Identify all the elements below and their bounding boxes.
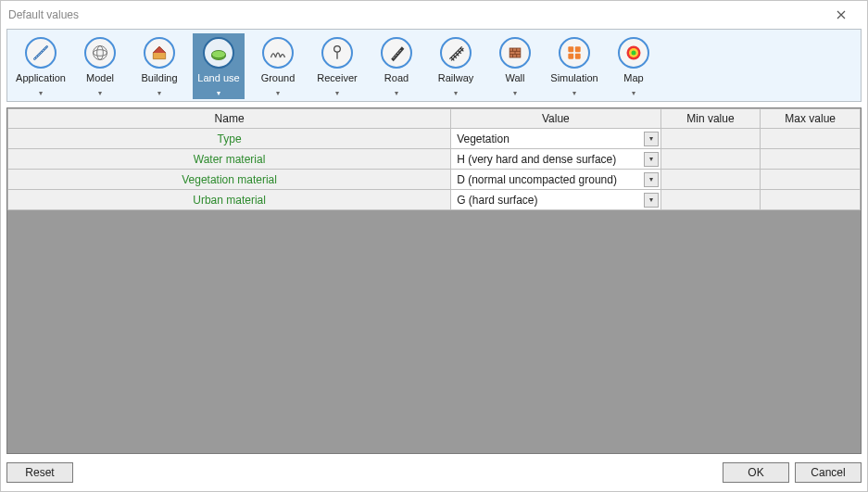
toolbar-label: Model: [86, 72, 114, 83]
property-value-cell[interactable]: D (normal uncompacted ground) ▾: [451, 170, 660, 190]
reset-button[interactable]: Reset: [6, 462, 73, 483]
toolbar-label: Ground: [261, 72, 296, 83]
property-name: Vegetation material: [8, 170, 451, 190]
toolbar-item-railway[interactable]: Railway ▾: [430, 33, 482, 99]
receiver-icon: [321, 37, 353, 69]
chevron-down-icon: ▾: [335, 89, 339, 97]
chevron-down-icon: ▾: [276, 89, 280, 97]
toolbar-label: Simulation: [550, 72, 598, 83]
property-value: D (normal uncompacted ground): [457, 173, 643, 186]
default-values-dialog: Default values Application ▾ Model ▾: [0, 0, 868, 492]
building-icon: [144, 37, 175, 69]
toolbar-item-receiver[interactable]: Receiver ▾: [311, 33, 363, 99]
cancel-button[interactable]: Cancel: [795, 462, 862, 483]
svg-rect-22: [568, 46, 573, 52]
toolbar-item-application[interactable]: Application ▾: [15, 33, 67, 99]
chevron-down-icon: ▾: [632, 89, 635, 97]
property-value-cell[interactable]: H (very hard and dense surface) ▾: [451, 149, 660, 170]
close-button[interactable]: [823, 2, 860, 28]
property-max: [761, 149, 861, 170]
dropdown-button[interactable]: ▾: [644, 152, 659, 167]
header-name[interactable]: Name: [8, 109, 451, 129]
table-row: Urban material G (hard surface) ▾: [8, 190, 861, 210]
header-max[interactable]: Max value: [761, 109, 861, 129]
svg-rect-25: [575, 54, 581, 59]
properties-grid: Name Value Min value Max value Type Vege…: [7, 108, 861, 210]
property-value: Vegetation: [457, 132, 643, 145]
toolbar-item-road[interactable]: Road ▾: [371, 33, 422, 99]
svg-point-1: [97, 46, 104, 60]
property-max: [761, 170, 861, 190]
toolbar-item-simulation[interactable]: Simulation ▾: [548, 33, 600, 99]
property-min: [660, 190, 761, 210]
property-max: [761, 129, 861, 149]
chevron-down-icon: ▾: [513, 89, 517, 97]
dialog-footer: Reset OK Cancel: [6, 460, 862, 486]
property-value-cell[interactable]: Vegetation ▾: [451, 129, 660, 149]
railway-icon: [440, 37, 472, 69]
toolbar-label: Application: [16, 72, 66, 83]
toolbar-item-land-use[interactable]: Land use ▾: [193, 33, 245, 99]
toolbar-item-wall[interactable]: Wall ▾: [489, 33, 541, 99]
chevron-down-icon: ▾: [395, 89, 398, 97]
land-use-icon: [203, 37, 234, 69]
dropdown-button[interactable]: ▾: [644, 172, 659, 187]
window-title: Default values: [8, 8, 823, 21]
svg-rect-23: [575, 46, 581, 52]
category-toolbar: Application ▾ Model ▾ Building ▾ Land us…: [6, 29, 862, 102]
toolbar-label: Road: [384, 72, 409, 83]
chevron-down-icon: ▾: [157, 89, 161, 97]
wall-icon: [499, 37, 531, 69]
map-icon: [618, 37, 649, 69]
toolbar-label: Wall: [506, 72, 525, 83]
toolbar-item-map[interactable]: Map ▾: [608, 33, 660, 99]
property-value: H (very hard and dense surface): [457, 153, 643, 166]
svg-point-0: [94, 50, 107, 57]
table-row: Vegetation material D (normal uncompacte…: [8, 170, 861, 190]
toolbar-label: Map: [623, 72, 643, 83]
toolbar-item-ground[interactable]: Ground ▾: [252, 33, 304, 99]
property-min: [660, 129, 761, 149]
property-min: [660, 170, 761, 190]
property-name: Water material: [8, 149, 451, 170]
chevron-down-icon: ▾: [454, 89, 458, 97]
toolbar-item-building[interactable]: Building ▾: [133, 33, 185, 99]
header-min[interactable]: Min value: [660, 109, 761, 129]
property-value: G (hard surface): [457, 194, 643, 207]
property-value-cell[interactable]: G (hard surface) ▾: [451, 190, 660, 210]
svg-point-5: [334, 46, 341, 53]
chevron-down-icon: ▾: [572, 89, 576, 97]
properties-grid-wrap: Name Value Min value Max value Type Vege…: [6, 107, 862, 454]
titlebar: Default values: [1, 1, 867, 29]
chevron-down-icon: ▾: [39, 89, 43, 97]
toolbar-item-model[interactable]: Model ▾: [74, 33, 126, 99]
toolbar-label: Receiver: [317, 72, 357, 83]
content-area: Name Value Min value Max value Type Vege…: [6, 107, 862, 454]
chevron-down-icon: ▾: [98, 89, 102, 97]
toolbar-label: Building: [141, 72, 177, 83]
ground-icon: [262, 37, 294, 69]
table-row: Type Vegetation ▾: [8, 129, 861, 149]
svg-point-4: [212, 51, 226, 58]
chevron-down-icon: ▾: [217, 89, 220, 97]
table-row: Water material H (very hard and dense su…: [8, 149, 861, 170]
application-icon: [25, 37, 57, 69]
property-name: Urban material: [8, 190, 451, 210]
road-icon: [381, 37, 412, 69]
table-header-row: Name Value Min value Max value: [8, 109, 861, 129]
property-name: Type: [8, 129, 451, 149]
toolbar-label: Railway: [438, 72, 474, 83]
close-icon: [837, 10, 846, 19]
model-icon: [84, 37, 116, 69]
ok-button[interactable]: OK: [723, 462, 789, 483]
property-max: [761, 190, 861, 210]
svg-point-28: [632, 51, 636, 56]
svg-point-2: [94, 46, 107, 60]
svg-rect-24: [568, 54, 573, 59]
property-min: [660, 149, 761, 170]
toolbar-label: Land use: [197, 72, 239, 83]
header-value[interactable]: Value: [451, 109, 660, 129]
dropdown-button[interactable]: ▾: [644, 193, 659, 208]
dropdown-button[interactable]: ▾: [644, 132, 659, 146]
simulation-icon: [559, 37, 590, 69]
